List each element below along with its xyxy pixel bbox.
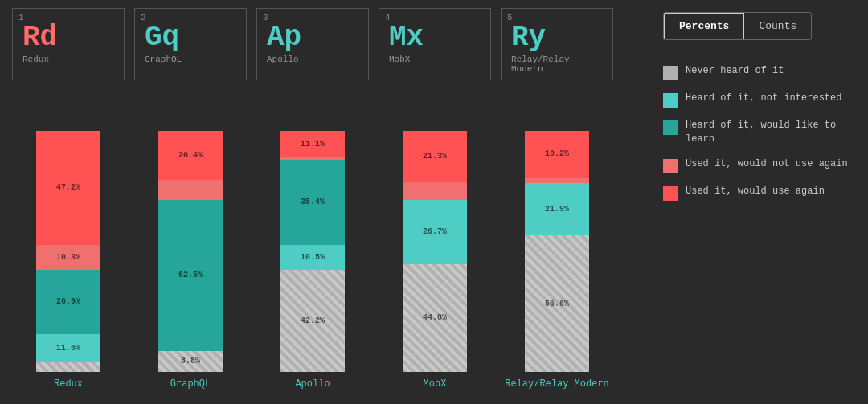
legend-item-heard-would-learn: Heard of it, would like to learn bbox=[663, 119, 856, 146]
legend-text-never: Never heard of it bbox=[686, 64, 784, 78]
legend-text-heard-would-learn: Heard of it, would like to learn bbox=[686, 119, 856, 146]
card-abbr: Ap bbox=[267, 23, 362, 52]
segment-label: 42.2% bbox=[280, 316, 345, 325]
legend-swatch-heard-not-interested bbox=[663, 93, 678, 108]
bar-stack: 8.8%62.5%20.4% bbox=[158, 131, 223, 372]
segment-label: 47.2% bbox=[36, 183, 100, 192]
bar-stack: 56.6%21.9%19.2% bbox=[525, 131, 589, 372]
card-name: Redux bbox=[23, 55, 117, 64]
card-redux: 1 Rd Redux bbox=[12, 8, 125, 80]
segment-label: 10.5% bbox=[280, 253, 345, 262]
segment-label: 21.3% bbox=[403, 152, 467, 161]
legend-text-used-not-again: Used it, would not use again bbox=[686, 157, 848, 171]
bar-bottom-label: Relay/Relay Modern bbox=[505, 378, 609, 390]
bar-mobx: 44.8%26.7%21.3%MobX bbox=[379, 131, 491, 396]
segment-heard-would-learn: 26.9% bbox=[36, 270, 100, 335]
segment-label: 11.6% bbox=[36, 344, 100, 353]
cards-row: 1 Rd Redux 2 Gq GraphQL 3 Ap Apollo 4 Mx… bbox=[12, 8, 647, 80]
bar-stack: 11.6%26.9%10.3%47.2% bbox=[36, 131, 100, 372]
legend: Never heard of itHeard of it, not intere… bbox=[663, 64, 856, 201]
card-graphql: 2 Gq GraphQL bbox=[134, 8, 247, 80]
segment-label: 26.9% bbox=[36, 297, 100, 306]
segment-heard-not-interested: 26.7% bbox=[403, 200, 467, 264]
bar-stack: 44.8%26.7%21.3% bbox=[403, 131, 467, 372]
segment-never: 44.8% bbox=[403, 264, 467, 372]
segment-label: 8.8% bbox=[158, 357, 223, 365]
legend-item-never: Never heard of it bbox=[663, 64, 856, 80]
segment-used-again: 11.1% bbox=[280, 131, 345, 157]
bar-bottom-label: GraphQL bbox=[170, 378, 211, 390]
bar-graphql: 8.8%62.5%20.4%GraphQL bbox=[134, 131, 247, 396]
legend-swatch-heard-would-learn bbox=[663, 120, 678, 135]
card-abbr: Rd bbox=[23, 23, 117, 52]
card-number: 1 bbox=[18, 13, 24, 22]
segment-label: 35.4% bbox=[280, 198, 345, 206]
toggle-group: Percents Counts bbox=[663, 12, 812, 40]
card-abbr: Mx bbox=[389, 23, 484, 52]
segment-used-again: 20.4% bbox=[158, 131, 223, 180]
segment-used-not-again bbox=[525, 178, 589, 183]
legend-item-used-not-again: Used it, would not use again bbox=[663, 157, 856, 173]
bar-bottom-label: Redux bbox=[54, 378, 83, 390]
legend-item-heard-not-interested: Heard of it, not interested bbox=[663, 92, 856, 108]
percents-button[interactable]: Percents bbox=[664, 13, 744, 39]
segment-heard-would-learn: 35.4% bbox=[280, 160, 345, 245]
bar-bottom-label: MobX bbox=[424, 378, 447, 390]
segment-heard-would-learn: 62.5% bbox=[158, 200, 223, 351]
segment-used-not-again: 10.3% bbox=[36, 245, 100, 270]
bar-apollo: 42.2%10.5%35.4%11.1%Apollo bbox=[256, 131, 369, 396]
segment-never: 8.8% bbox=[158, 351, 223, 372]
card-abbr: Ry bbox=[511, 23, 606, 52]
segment-label: 26.7% bbox=[403, 227, 467, 236]
segment-label: 44.8% bbox=[403, 313, 467, 322]
card-apollo: 3 Ap Apollo bbox=[256, 8, 369, 80]
card-number: 4 bbox=[385, 13, 391, 22]
card-number: 5 bbox=[507, 13, 513, 22]
bar-stack: 42.2%10.5%35.4%11.1% bbox=[280, 131, 345, 372]
segment-used-again: 47.2% bbox=[36, 131, 100, 245]
segment-label: 20.4% bbox=[158, 151, 223, 160]
bar-redux: 11.6%26.9%10.3%47.2%Redux bbox=[12, 131, 125, 396]
bar-bottom-label: Apollo bbox=[295, 378, 330, 390]
segment-label: 11.1% bbox=[280, 140, 345, 149]
segment-used-not-again bbox=[403, 182, 467, 200]
legend-text-used-again: Used it, would use again bbox=[686, 185, 825, 198]
segment-label: 19.2% bbox=[525, 149, 589, 158]
legend-swatch-never bbox=[663, 66, 678, 80]
card-mobx: 4 Mx MobX bbox=[379, 8, 491, 80]
segment-heard-not-interested: 11.6% bbox=[36, 334, 100, 362]
right-panel: Percents Counts Never heard of itHeard o… bbox=[647, 8, 856, 396]
bar-relay-relay-modern: 56.6%21.9%19.2%Relay/Relay Modern bbox=[501, 131, 613, 396]
bars-row: 11.6%26.9%10.3%47.2%Redux8.8%62.5%20.4%G… bbox=[12, 87, 647, 396]
charts-area: 1 Rd Redux 2 Gq GraphQL 3 Ap Apollo 4 Mx… bbox=[12, 8, 647, 396]
segment-heard-not-interested: 10.5% bbox=[280, 245, 345, 271]
card-name: Apollo bbox=[267, 55, 362, 64]
segment-heard-not-interested: 21.9% bbox=[525, 183, 589, 236]
segment-label: 56.6% bbox=[525, 300, 589, 308]
segment-never: 42.2% bbox=[280, 270, 345, 372]
card-abbr: Gq bbox=[145, 23, 240, 52]
legend-text-heard-not-interested: Heard of it, not interested bbox=[686, 92, 841, 105]
card-relay-relay-modern: 5 Ry Relay/Relay Modern bbox=[501, 8, 613, 80]
legend-swatch-used-not-again bbox=[663, 159, 678, 173]
segment-used-not-again bbox=[280, 157, 345, 159]
segment-label: 10.3% bbox=[36, 253, 100, 262]
segment-never: 56.6% bbox=[525, 235, 589, 372]
segment-label: 21.9% bbox=[525, 205, 589, 214]
segment-label: 62.5% bbox=[158, 271, 223, 280]
legend-item-used-again: Used it, would use again bbox=[663, 185, 856, 201]
legend-swatch-used-again bbox=[663, 186, 678, 201]
card-name: MobX bbox=[389, 55, 484, 64]
segment-used-again: 19.2% bbox=[525, 131, 589, 178]
card-name: GraphQL bbox=[145, 55, 240, 64]
segment-used-again: 21.3% bbox=[403, 131, 467, 182]
card-number: 2 bbox=[141, 13, 146, 22]
segment-never bbox=[36, 362, 100, 372]
segment-used-not-again bbox=[158, 180, 223, 200]
counts-button[interactable]: Counts bbox=[744, 13, 811, 39]
card-number: 3 bbox=[263, 13, 268, 22]
card-name: Relay/Relay Modern bbox=[511, 55, 606, 74]
